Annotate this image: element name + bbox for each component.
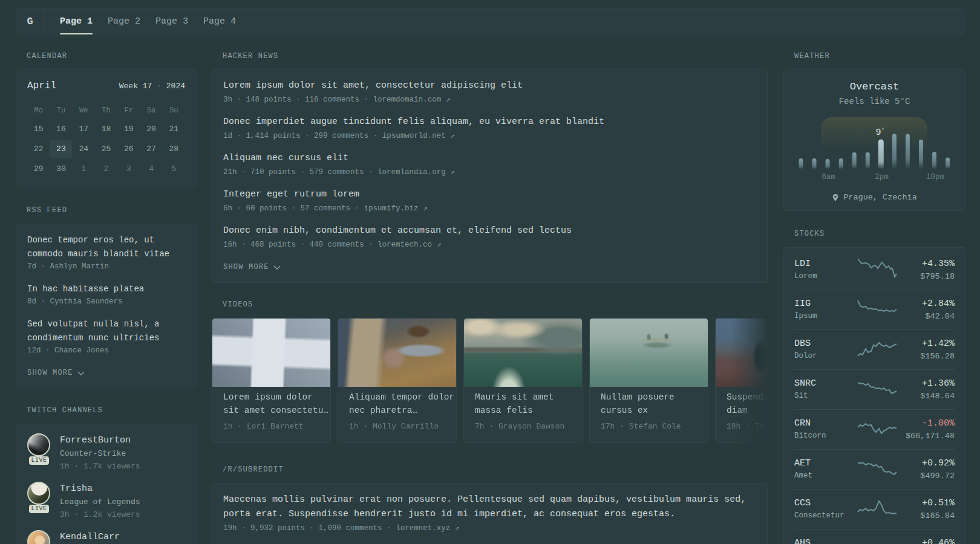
svg-text:9°: 9°: [875, 128, 884, 138]
